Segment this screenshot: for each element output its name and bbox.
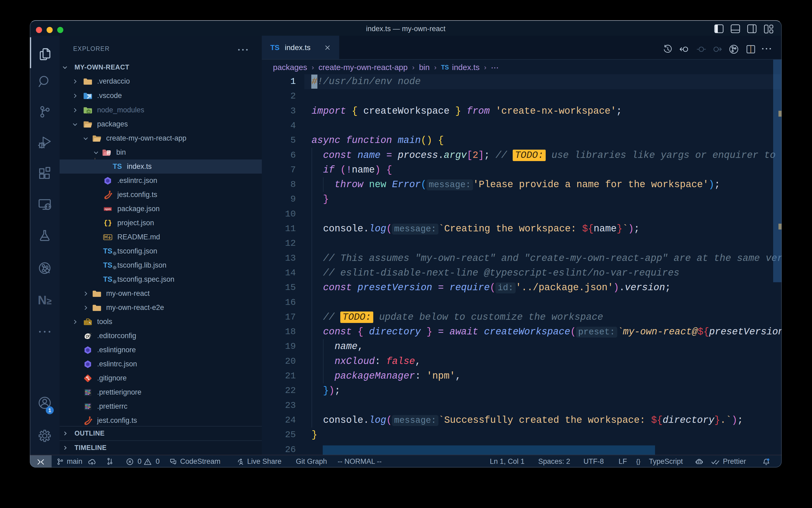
svg-text:10: 10 <box>107 153 110 155</box>
svg-text:JS: JS <box>87 110 90 113</box>
svg-text:npm: npm <box>104 207 111 211</box>
